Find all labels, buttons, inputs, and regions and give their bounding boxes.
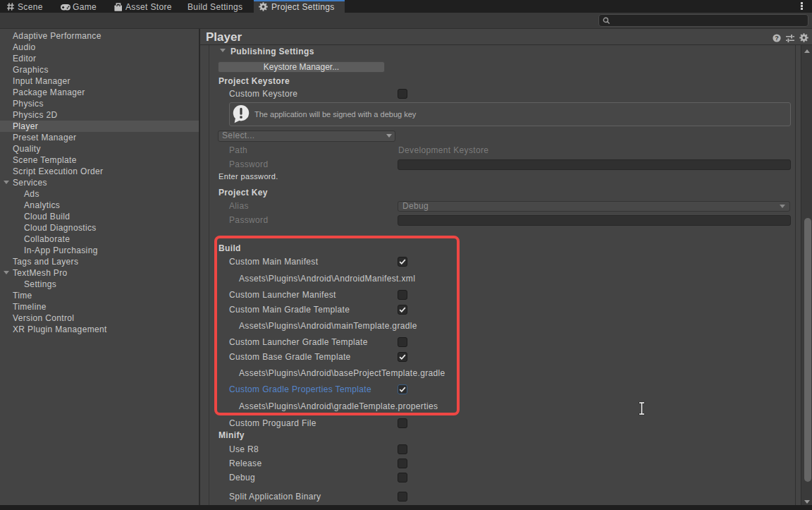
- svg-text:?: ?: [775, 35, 779, 42]
